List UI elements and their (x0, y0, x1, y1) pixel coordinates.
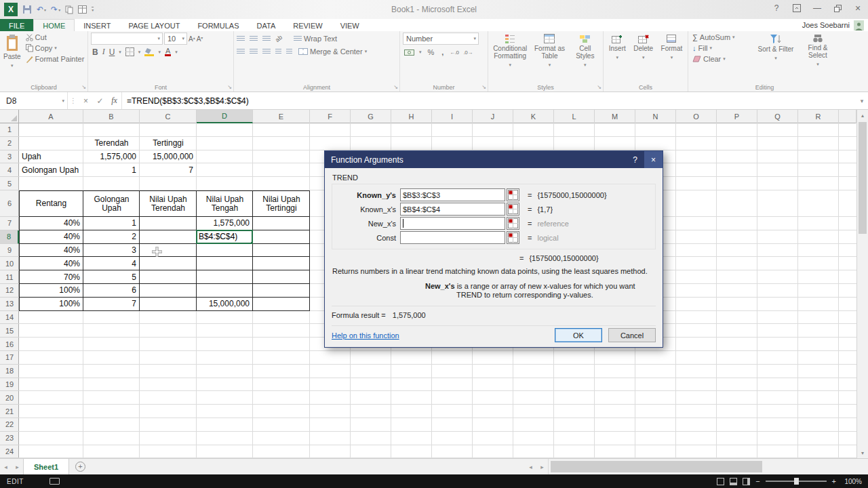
font-dialog-launcher[interactable]: ↘ (227, 85, 232, 90)
insert-cells-button[interactable]: Insert ▾ (608, 33, 627, 82)
column-header-E[interactable]: E (253, 110, 310, 123)
decrease-decimal-button[interactable]: .0→ (464, 49, 473, 56)
cell-A8[interactable]: 40% (19, 230, 83, 244)
cell-C6[interactable]: Nilai Upah Terendah (140, 190, 197, 217)
formula-bar-expand-button[interactable]: ▾ (856, 98, 868, 104)
save-button[interactable] (22, 5, 32, 14)
cell-D6[interactable]: Nilai Upah Tengah (197, 190, 253, 217)
cell-E6[interactable]: Nilai Upah Tertinggi (253, 190, 310, 217)
dialog-help-button[interactable]: ? (626, 151, 644, 168)
delete-cells-button[interactable]: Delete ▾ (633, 33, 654, 82)
row-header-15[interactable]: 15 (0, 324, 19, 338)
underline-button[interactable]: U (109, 47, 115, 57)
column-header-I[interactable]: I (432, 110, 473, 123)
align-left-button[interactable] (237, 49, 245, 55)
cell-D10[interactable] (197, 257, 253, 270)
column-header-A[interactable]: A (19, 110, 83, 123)
restore-button[interactable] (827, 0, 848, 16)
cell-C11[interactable] (140, 270, 197, 284)
find-select-button[interactable]: Find & Select ▾ (798, 33, 837, 82)
cell-E12[interactable] (253, 284, 310, 298)
decrease-indent-button[interactable] (275, 49, 281, 55)
column-header-P[interactable]: P (717, 110, 757, 123)
number-dialog-launcher[interactable]: ↘ (481, 85, 486, 90)
cell-C9[interactable] (140, 244, 197, 258)
ribbon-tab-view[interactable]: VIEW (332, 19, 368, 31)
page-break-view-button[interactable] (743, 478, 750, 485)
cell-C8[interactable] (140, 230, 197, 244)
zoom-out-button[interactable]: − (755, 477, 760, 485)
row-header-21[interactable]: 21 (0, 405, 19, 418)
fill-button[interactable]: ↓ Fill ▾ (691, 43, 753, 53)
row-header-22[interactable]: 22 (0, 418, 19, 432)
row-header-18[interactable]: 18 (0, 365, 19, 378)
borders-dropdown-arrow[interactable]: ▾ (138, 49, 141, 55)
column-header-C[interactable]: C (140, 110, 197, 123)
minimize-button[interactable]: — (807, 0, 827, 16)
name-box[interactable]: D8 ▾ (0, 92, 68, 109)
keyboard-icon[interactable] (50, 478, 60, 485)
sheet-tab-sheet1[interactable]: Sheet1 (23, 459, 69, 474)
align-bottom-button[interactable] (262, 36, 271, 42)
cell-B13[interactable]: 7 (83, 298, 140, 311)
column-header-Q[interactable]: Q (757, 110, 798, 123)
cell-E13[interactable] (253, 298, 310, 311)
column-header-O[interactable]: O (676, 110, 717, 123)
cell-C13[interactable] (140, 298, 197, 311)
name-box-dropdown-arrow[interactable]: ▾ (62, 98, 64, 104)
cancel-entry-button[interactable]: × (79, 96, 93, 106)
cell-A11[interactable]: 70% (19, 270, 83, 284)
arg-input-new-xs[interactable] (400, 217, 505, 230)
cell-B2[interactable]: Terendah (83, 137, 140, 150)
column-header-L[interactable]: L (554, 110, 595, 123)
help-button[interactable]: ? (766, 0, 787, 16)
arg-input-const[interactable] (400, 231, 505, 244)
ribbon-tab-insert[interactable]: INSERT (75, 19, 119, 31)
normal-view-button[interactable] (717, 478, 724, 485)
clear-button[interactable]: Clear ▾ (691, 54, 753, 64)
cell-B9[interactable]: 3 (83, 244, 140, 258)
formula-input[interactable]: =TREND($B$3:$C$3,$B$4:$C$4) (121, 92, 856, 109)
fill-handle[interactable] (250, 241, 253, 244)
arg-input-known-ys[interactable]: $B$3:$C$3 (400, 188, 505, 201)
copy-button[interactable]: Copy ▾ (24, 43, 86, 53)
row-header-16[interactable]: 16 (0, 338, 19, 351)
cell-B12[interactable]: 6 (83, 284, 140, 298)
row-header-23[interactable]: 23 (0, 432, 19, 445)
merge-center-button[interactable]: Merge & Center ▾ (297, 47, 368, 56)
cell-C12[interactable] (140, 284, 197, 298)
cell-A7[interactable]: 40% (19, 217, 83, 230)
row-header-14[interactable]: 14 (0, 311, 19, 325)
column-header-J[interactable]: J (473, 110, 513, 123)
ribbon-tab-formulas[interactable]: FORMULAS (189, 19, 248, 31)
cancel-button[interactable]: Cancel (608, 328, 656, 342)
increase-font-size-button[interactable]: A▴ (189, 35, 195, 43)
align-right-button[interactable] (262, 49, 271, 55)
wrap-text-button[interactable]: Wrap Text (292, 34, 338, 43)
fill-color-button[interactable] (144, 47, 154, 56)
cell-D11[interactable] (197, 270, 253, 284)
row-header-17[interactable]: 17 (0, 351, 19, 365)
enter-entry-button[interactable]: ✓ (93, 96, 107, 106)
active-cell-D8[interactable]: B$4:$C$4) (196, 230, 253, 244)
vertical-scroll-thumb[interactable] (859, 122, 867, 234)
horizontal-scrollbar[interactable] (548, 459, 868, 474)
copy-qat-button[interactable] (65, 5, 73, 14)
comma-style-button[interactable]: , (440, 47, 445, 57)
cell-B3[interactable]: 1,575,000 (83, 150, 140, 164)
orientation-button[interactable]: ab (274, 34, 283, 43)
cut-button[interactable]: Cut (24, 33, 86, 42)
zoom-percentage[interactable]: 100% (842, 478, 862, 485)
cell-B11[interactable]: 5 (83, 270, 140, 284)
range-selector-button-known-xs[interactable] (507, 203, 519, 216)
ribbon-display-options-button[interactable] (787, 0, 807, 16)
range-selector-button-known-ys[interactable] (507, 188, 519, 201)
cell-E8[interactable] (253, 230, 310, 244)
column-header-K[interactable]: K (513, 110, 554, 123)
autosum-button[interactable]: ∑ AutoSum ▾ (691, 33, 753, 42)
cell-A4[interactable]: Golongan Upah (19, 163, 83, 177)
cell-A3[interactable]: Upah (19, 150, 83, 164)
underline-dropdown-arrow[interactable]: ▾ (119, 49, 121, 55)
dialog-titlebar[interactable]: Function Arguments ? × (325, 151, 663, 168)
scroll-up-button[interactable]: ▴ (857, 110, 868, 121)
